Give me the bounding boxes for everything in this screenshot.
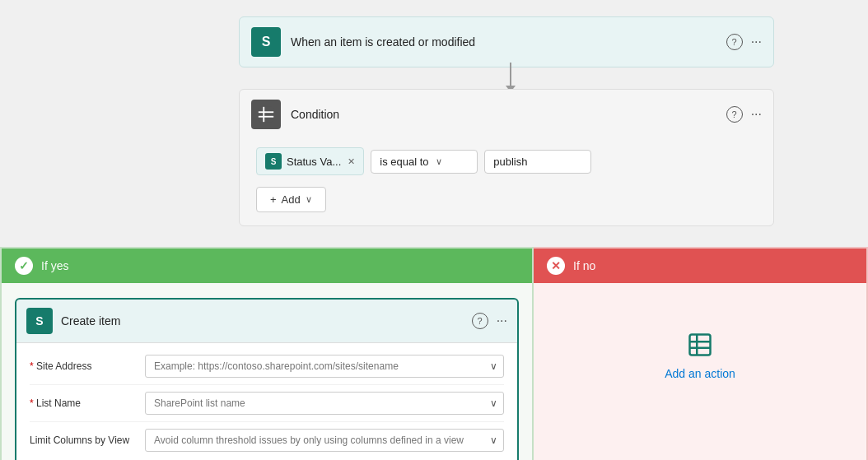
svg-rect-4 <box>690 335 711 355</box>
trigger-title: When an item is created or modified <box>291 35 726 49</box>
status-chip[interactable]: S Status Va... ✕ <box>256 147 364 175</box>
condition-title: Condition <box>291 108 726 121</box>
condition-body: S Status Va... ✕ is equal to ∨ publish +… <box>240 139 773 225</box>
add-action-table-icon <box>688 332 712 362</box>
if-yes-panel: ✓ If yes S Create item ? ··· <box>0 247 534 460</box>
list-name-label: * List Name <box>30 397 145 409</box>
create-item-card: S Create item ? ··· * Site Address <box>15 298 519 460</box>
if-no-panel: ✕ If no Add an action <box>534 247 868 460</box>
form-fields: * Site Address ∨ * List Name <box>16 342 517 460</box>
site-address-row: * Site Address ∨ <box>30 348 504 385</box>
add-action-label: Add an action <box>665 367 735 380</box>
if-no-label: If no <box>573 259 595 272</box>
add-button[interactable]: + Add ∨ <box>256 187 326 212</box>
condition-operator-dropdown[interactable]: is equal to ∨ <box>371 150 478 174</box>
condition-card-actions: ? ··· <box>726 106 762 123</box>
if-yes-header: ✓ If yes <box>2 249 532 283</box>
site-address-wrapper: ∨ <box>145 355 504 378</box>
list-name-wrapper: ∨ <box>145 392 504 415</box>
condition-icon <box>251 100 281 129</box>
trigger-help-icon[interactable]: ? <box>726 34 743 50</box>
condition-help-icon[interactable]: ? <box>726 106 743 123</box>
svg-rect-3 <box>263 107 264 122</box>
limit-columns-row: Limit Columns by View ∨ <box>30 422 504 458</box>
add-chevron-icon: ∨ <box>306 194 312 205</box>
site-address-input[interactable] <box>145 355 504 378</box>
create-item-title: Create item <box>61 314 472 328</box>
add-label: Add <box>282 193 301 206</box>
status-chip-label: Status Va... <box>287 156 341 168</box>
create-item-more-icon[interactable]: ··· <box>497 314 507 328</box>
trigger-card-actions: ? ··· <box>726 34 762 50</box>
arrow-connector <box>506 63 516 92</box>
arrow-line <box>510 63 511 86</box>
trigger-icon: S <box>251 27 281 57</box>
limit-columns-label: Limit Columns by View <box>30 434 145 446</box>
trigger-card: S When an item is created or modified ? … <box>239 16 774 67</box>
add-action-button[interactable]: Add an action <box>665 367 735 380</box>
condition-value: publish <box>493 156 527 168</box>
if-no-header: ✕ If no <box>534 249 866 283</box>
trigger-more-icon[interactable]: ··· <box>751 35 762 49</box>
condition-value-input[interactable]: publish <box>484 150 591 174</box>
svg-rect-7 <box>696 335 698 355</box>
chevron-down-icon: ∨ <box>436 156 442 167</box>
svg-rect-2 <box>259 116 273 118</box>
canvas: S When an item is created or modified ? … <box>0 0 868 460</box>
create-item-icon: S <box>26 308 53 334</box>
list-name-row: * List Name ∨ <box>30 385 504 422</box>
plus-icon: + <box>270 193 277 206</box>
condition-row: S Status Va... ✕ is equal to ∨ publish <box>256 147 757 175</box>
bottom-section: ✓ If yes S Create item ? ··· <box>0 247 868 460</box>
condition-header: Condition ? ··· <box>240 90 773 139</box>
add-action-area: Add an action <box>534 283 866 430</box>
site-address-label: * Site Address <box>30 360 145 372</box>
svg-rect-1 <box>259 111 273 113</box>
chip-close-icon[interactable]: ✕ <box>348 156 355 167</box>
if-yes-label: If yes <box>41 259 68 272</box>
condition-operator-label: is equal to <box>380 156 428 168</box>
status-chip-icon: S <box>265 153 282 170</box>
svg-rect-0 <box>259 107 273 122</box>
create-item-actions: ? ··· <box>472 313 507 329</box>
if-yes-check-icon: ✓ <box>15 257 33 275</box>
create-item-help-icon[interactable]: ? <box>472 313 488 329</box>
svg-rect-6 <box>690 347 711 350</box>
create-item-header: S Create item ? ··· <box>16 300 517 342</box>
condition-card: Condition ? ··· S Status Va... ✕ is equa… <box>239 89 774 226</box>
if-no-x-icon: ✕ <box>547 257 565 275</box>
limit-columns-wrapper: ∨ <box>145 429 504 452</box>
svg-rect-5 <box>690 341 711 343</box>
condition-more-icon[interactable]: ··· <box>751 107 762 122</box>
list-name-input[interactable] <box>145 392 504 415</box>
limit-columns-input[interactable] <box>145 429 504 452</box>
